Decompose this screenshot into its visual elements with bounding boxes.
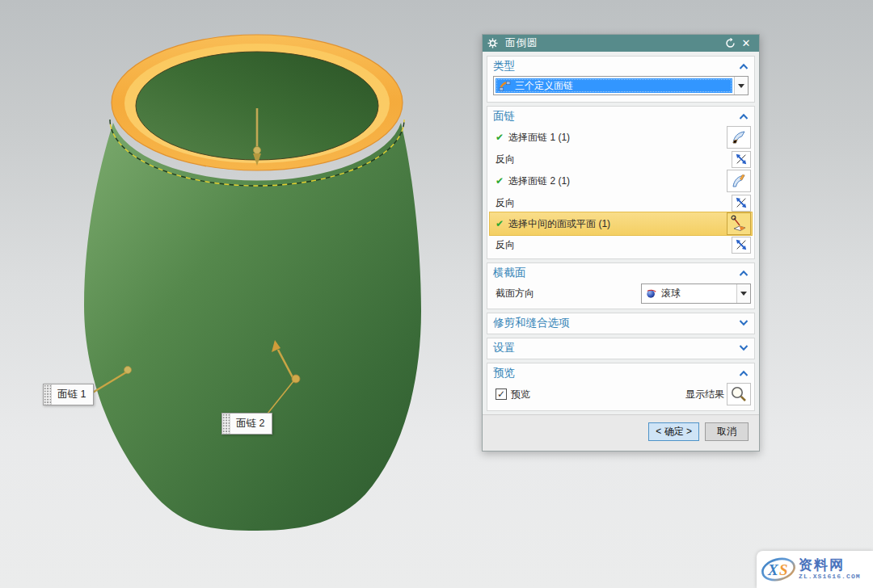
reverse-icon (735, 196, 748, 209)
section-cross-section: 横截面 截面方向 (487, 262, 755, 309)
type-dropdown-selected[interactable]: 三个定义面链 (496, 78, 732, 93)
face-blend-dialog: 面倒圆 ✕ 类型 (482, 34, 760, 452)
reverse-3-label: 反向 (496, 238, 515, 252)
select-middle-face-row[interactable]: ✔ 选择中间的面或平面 (1) (490, 212, 752, 235)
chevron-up-icon[interactable] (739, 113, 749, 120)
section-cross-section-header[interactable]: 横截面 (490, 264, 752, 282)
tag-grip-handle[interactable] (222, 414, 230, 434)
section-trim-sew-title: 修剪和缝合选项 (493, 316, 739, 330)
tag-text: 面链 1 (52, 384, 93, 405)
type-selected-label: 三个定义面链 (515, 79, 573, 93)
select-face-chain-1-label: 选择面链 1 (1) (508, 131, 570, 145)
three-face-chain-icon (499, 81, 511, 91)
reverse-1-label: 反向 (496, 153, 515, 166)
reverse-direction-1-button[interactable] (732, 151, 751, 168)
face-icon (730, 128, 748, 146)
reverse-icon (735, 153, 748, 166)
select-face-chain-1-row[interactable]: ✔ 选择面链 1 (1) (490, 125, 752, 149)
section-trim-sew: 修剪和缝合选项 (487, 313, 755, 334)
face-chain-1-tag[interactable]: 面链 1 (43, 384, 94, 405)
section-settings-title: 设置 (493, 341, 739, 355)
svg-text:X: X (767, 561, 779, 578)
section-face-chain: 面链 ✔ 选择面链 1 (1) (487, 106, 755, 259)
rolling-ball-icon (646, 288, 657, 299)
watermark-site-name: 资料网 (799, 558, 861, 573)
select-middle-face-button[interactable] (727, 212, 751, 235)
section-direction-dropdown[interactable]: 滚球 (641, 284, 751, 304)
face-icon (730, 172, 748, 190)
section-preview-header[interactable]: 预览 (490, 364, 752, 382)
check-icon: ✔ (496, 218, 504, 229)
svg-text:S: S (779, 561, 788, 578)
chevron-up-icon[interactable] (739, 63, 749, 69)
select-face-chain-2-row[interactable]: ✔ 选择面链 2 (1) (490, 169, 752, 193)
chevron-down-icon[interactable] (739, 345, 749, 351)
preview-checkbox-label: 预览 (511, 388, 530, 401)
section-direction-row: 截面方向 滚球 (490, 282, 752, 304)
dialog-titlebar[interactable]: 面倒圆 ✕ (483, 35, 759, 52)
section-type-title: 类型 (493, 59, 739, 74)
dialog-menu-gear-icon[interactable] (487, 38, 498, 48)
reverse-direction-3-button[interactable] (732, 237, 751, 254)
select-face-1-button[interactable] (727, 126, 751, 149)
show-result-label: 显示结果 (685, 388, 724, 401)
select-face-chain-2-label: 选择面链 2 (1) (508, 174, 570, 188)
section-preview: 预览 ✓ 预览 显示结果 (487, 363, 755, 411)
dialog-body: 类型 三个定义面链 (483, 52, 759, 411)
show-result-button[interactable] (727, 383, 751, 405)
section-settings: 设置 (487, 338, 755, 359)
ok-button[interactable]: < 确定 > (648, 422, 699, 441)
check-icon: ✔ (496, 175, 504, 187)
chevron-down-icon[interactable] (739, 320, 749, 326)
section-preview-title: 预览 (493, 366, 739, 380)
face-chain-2-tag[interactable]: 面链 2 (221, 413, 272, 435)
dialog-footer: < 确定 > 取消 (483, 414, 759, 451)
dialog-title: 面倒圆 (505, 36, 722, 50)
tag-text: 面链 2 (230, 414, 272, 434)
reverse-direction-2-row: 反向 (490, 193, 752, 212)
watermark-site-url: ZL.XS1616.COM (799, 573, 861, 580)
section-trim-sew-header[interactable]: 修剪和缝合选项 (490, 314, 752, 332)
chevron-up-icon[interactable] (739, 270, 749, 276)
section-settings-header[interactable]: 设置 (490, 339, 752, 357)
chevron-up-icon[interactable] (739, 370, 749, 376)
check-icon: ✔ (496, 132, 504, 143)
reset-icon[interactable] (722, 36, 738, 51)
dropdown-arrow-icon[interactable] (736, 284, 750, 303)
section-direction-value: 滚球 (661, 287, 681, 300)
select-middle-face-label: 选择中间的面或平面 (1) (508, 217, 610, 231)
cancel-button[interactable]: 取消 (705, 422, 749, 441)
reverse-direction-2-button[interactable] (732, 195, 751, 212)
graphics-viewport: 面链 1 面链 2 面倒圆 (0, 0, 873, 588)
xs-logo-icon: X S (760, 555, 797, 584)
close-icon[interactable]: ✕ (738, 36, 754, 51)
magnifier-icon (730, 385, 748, 403)
section-face-chain-header[interactable]: 面链 (490, 107, 752, 125)
select-face-2-button[interactable] (727, 170, 751, 192)
watermark-badge: X S 资料网 ZL.XS1616.COM (757, 551, 873, 588)
tag-grip-handle[interactable] (44, 384, 52, 405)
reverse-direction-1-row: 反向 (490, 149, 752, 169)
section-type-header[interactable]: 类型 (490, 57, 752, 75)
reverse-direction-3-row: 反向 (490, 235, 752, 254)
reverse-icon (735, 238, 748, 251)
section-cross-section-title: 横截面 (493, 266, 739, 280)
preview-checkbox[interactable]: ✓ (496, 388, 507, 400)
reverse-2-label: 反向 (496, 196, 515, 210)
preview-row: ✓ 预览 显示结果 (490, 382, 752, 406)
section-direction-label: 截面方向 (496, 287, 534, 300)
select-face-wand-icon (730, 215, 748, 233)
type-dropdown[interactable]: 三个定义面链 (493, 76, 749, 95)
dropdown-arrow-icon[interactable] (734, 77, 748, 94)
section-type: 类型 三个定义面链 (487, 56, 755, 103)
section-face-chain-title: 面链 (493, 109, 739, 124)
vase-body-face[interactable] (84, 123, 421, 531)
